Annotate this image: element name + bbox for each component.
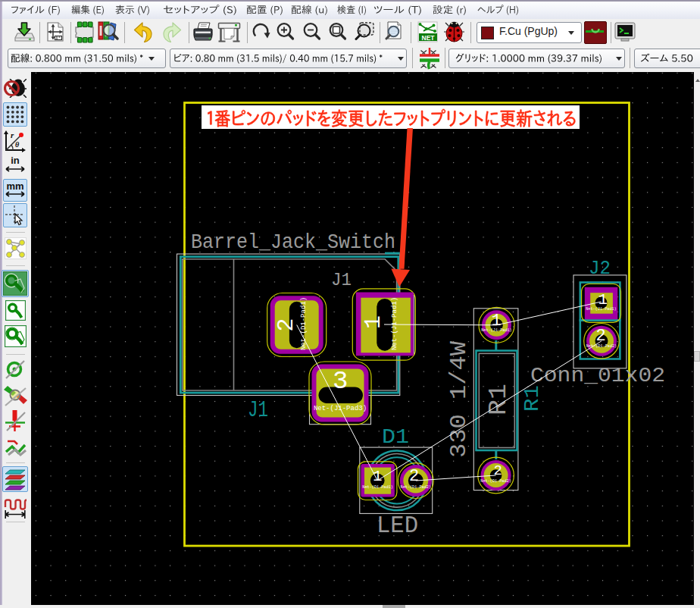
svg-text:D1: D1 — [382, 426, 409, 449]
svg-text:330 1/4W: 330 1/4W — [446, 341, 472, 458]
svg-text:1: 1 — [361, 315, 386, 329]
svg-text:θ: θ — [15, 140, 20, 149]
svg-text:in: in — [11, 155, 20, 166]
svg-text:J2: J2 — [589, 257, 611, 280]
svg-text:2: 2 — [596, 327, 606, 346]
svg-text:r: r — [11, 130, 14, 139]
svg-text:Net-(D1-Pad2): Net-(D1-Pad2) — [480, 479, 511, 484]
svg-text:Net-(D1-Pad1): Net-(D1-Pad1) — [300, 297, 308, 350]
svg-text:mm: mm — [6, 180, 23, 192]
svg-text:R1: R1 — [484, 384, 513, 415]
svg-text:1: 1 — [598, 291, 608, 309]
svg-text:2: 2 — [273, 318, 299, 331]
svg-text:Net-(D1-Pad1): Net-(D1-Pad1) — [362, 485, 392, 490]
svg-text:Net-(J1-Pad1): Net-(J1-Pad1) — [481, 328, 511, 333]
svg-text:Conn_01x02: Conn_01x02 — [530, 364, 665, 387]
svg-text:Barrel_Jack_Switch: Barrel_Jack_Switch — [191, 230, 395, 254]
svg-text:Net-(J1-Pad1): Net-(J1-Pad1) — [586, 307, 616, 312]
svg-text:1: 1 — [373, 468, 383, 485]
svg-text:LED: LED — [377, 512, 418, 540]
svg-text:J1: J1 — [248, 397, 268, 423]
svg-text:J1: J1 — [331, 270, 352, 290]
svg-text:2: 2 — [494, 462, 502, 479]
svg-text:3: 3 — [333, 367, 348, 396]
svg-text:Net-(D1-Pad2): Net-(D1-Pad2) — [401, 485, 431, 490]
svg-text:2: 2 — [409, 467, 419, 486]
svg-text:Net-(J1-Pad1): Net-(J1-Pad1) — [391, 297, 398, 350]
